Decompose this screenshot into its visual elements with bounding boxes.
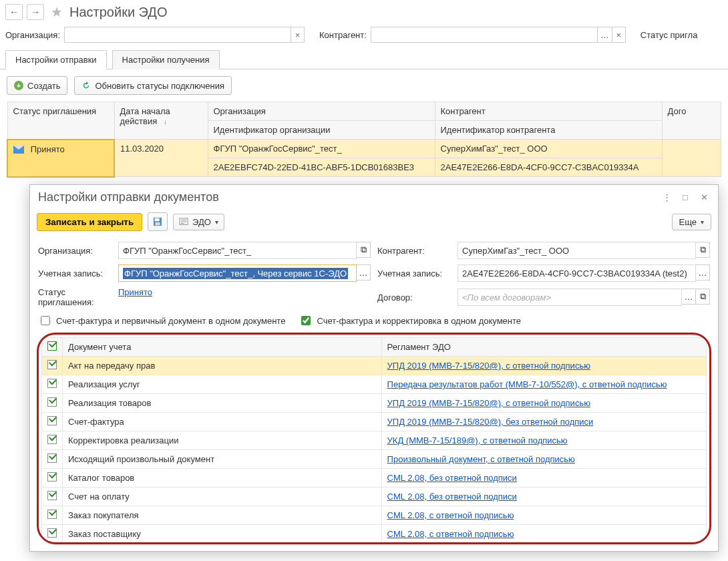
create-button[interactable]: + Создать [7,76,67,95]
filter-status-label: Статус пригла [641,30,698,40]
row-status: Принято [31,144,65,154]
col-org[interactable]: Организация [208,102,435,121]
tab-send[interactable]: Настройки отправки [5,50,107,69]
plus-icon: + [14,81,23,90]
filter-counter-lookup[interactable]: … [598,27,612,43]
main-grid: Статус приглашения Дата начала действия … [7,102,721,178]
sort-desc-icon: ↓ [164,118,167,126]
refresh-icon [81,81,91,90]
col-contract[interactable]: Дого [662,102,721,140]
row-counter-id: 2AE47E2E266-E8DA-4CF0-9CC7-C3BAC019334A [435,158,662,177]
col-date-label: Дата начала действия [120,106,170,126]
filter-counter-input[interactable] [371,27,598,43]
filter-org-clear[interactable]: × [291,27,305,43]
page-title: Настройки ЭДО [69,5,167,20]
row-org: ФГУП "ОранжГосСервис"_тест_ [208,140,435,158]
row-counter: СуперХимГаз"_тест_ ООО [435,140,662,158]
col-status[interactable]: Статус приглашения [7,102,114,140]
filter-org-input[interactable] [64,27,291,43]
refresh-status-button[interactable]: Обновить статусы подключения [74,76,232,95]
col-counter-id[interactable]: Идентификатор контрагента [435,121,662,140]
col-org-id[interactable]: Идентификатор организации [208,121,435,140]
refresh-label: Обновить статусы подключения [95,81,224,91]
grid-row[interactable]: Принято 11.03.2020 ФГУП "ОранжГосСервис"… [7,140,721,158]
col-counter[interactable]: Контрагент [435,102,662,121]
filter-counter-label: Контрагент: [319,30,367,40]
envelope-icon [13,146,24,154]
row-org-id: 2AE2EBFC74D-22ED-41BC-ABF5-1DCB01683BE3 [208,158,435,177]
filter-counter-clear[interactable]: × [612,27,626,43]
tab-receive[interactable]: Настройки получения [112,50,220,69]
back-button[interactable]: ← [5,4,23,20]
create-label: Создать [27,81,60,91]
col-date[interactable]: Дата начала действия ↓ [114,102,208,140]
forward-button[interactable]: → [27,4,44,20]
filter-org-label: Организация: [5,30,60,40]
row-date: 11.03.2020 [114,140,208,177]
star-icon: ★ [51,4,63,20]
